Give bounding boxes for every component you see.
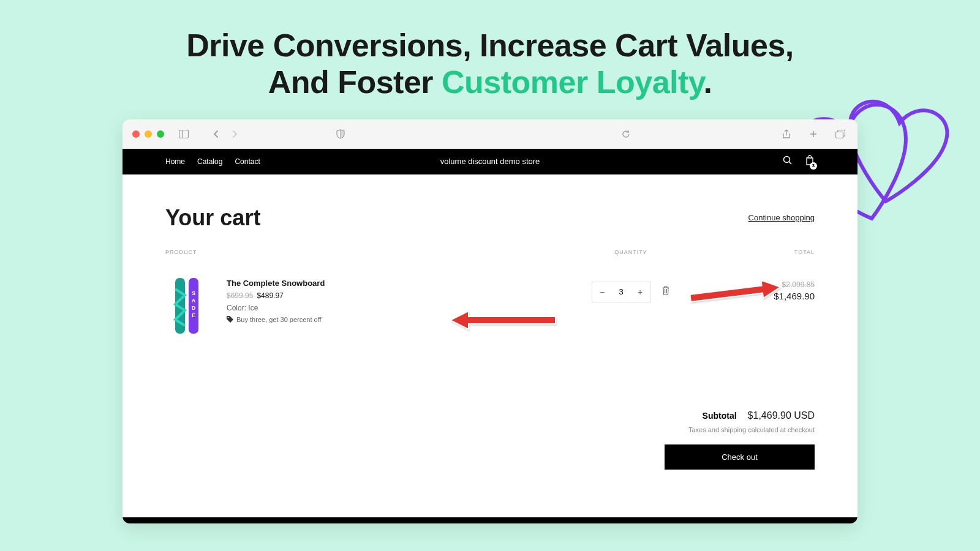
svg-text:E: E [192, 312, 195, 318]
headline-text: Drive Conversions, Increase Cart Values,… [0, 28, 980, 101]
bottom-bar [123, 517, 858, 523]
col-product: PRODUCT [165, 249, 570, 255]
quantity-value: 3 [612, 287, 630, 296]
svg-rect-0 [179, 130, 189, 138]
cart-columns-header: PRODUCT QUANTITY TOTAL [165, 249, 815, 260]
product-name: The Complete Snowboard [227, 279, 325, 288]
quantity-control: − 3 + [592, 282, 650, 302]
nav-home[interactable]: Home [165, 157, 185, 166]
svg-text:S: S [192, 290, 195, 296]
tax-note: Taxes and shipping calculated at checkou… [165, 426, 815, 433]
annotation-arrow-right [689, 282, 781, 307]
store-header: Home Catalog Contact volume discount dem… [123, 149, 858, 174]
refresh-icon[interactable] [619, 127, 633, 141]
window-controls [132, 130, 164, 138]
quantity-decrease-button[interactable]: − [592, 282, 612, 302]
col-quantity: QUANTITY [570, 249, 692, 255]
quantity-increase-button[interactable]: + [630, 282, 650, 302]
discount-tag: Buy three, get 30 percent off [227, 316, 325, 323]
cart-badge: 3 [810, 162, 817, 170]
svg-text:A: A [192, 298, 196, 304]
browser-window: Home Catalog Contact volume discount dem… [123, 119, 858, 523]
svg-point-12 [228, 317, 229, 318]
price-original: $699.95 [227, 291, 253, 300]
search-icon[interactable] [783, 156, 793, 168]
shield-icon[interactable] [333, 127, 348, 141]
cart-footer: Subtotal $1,469.90 USD Taxes and shippin… [165, 410, 815, 470]
nav-catalog[interactable]: Catalog [197, 157, 222, 166]
svg-point-4 [784, 156, 790, 162]
svg-line-5 [790, 162, 792, 164]
new-tab-icon[interactable] [806, 127, 821, 141]
browser-toolbar [123, 119, 858, 149]
price-discounted: $489.97 [257, 291, 283, 300]
remove-item-button[interactable] [662, 286, 670, 298]
forward-icon[interactable] [228, 127, 243, 141]
tabs-icon[interactable] [833, 127, 848, 141]
cart-icon[interactable]: 3 [805, 155, 815, 168]
annotation-arrow-left [450, 309, 557, 331]
nav-contact[interactable]: Contact [235, 157, 260, 166]
sidebar-icon[interactable] [176, 127, 191, 141]
svg-text:D: D [192, 305, 196, 311]
product-image: S A D E [165, 276, 208, 337]
cart-page: Your cart Continue shopping PRODUCT QUAN… [123, 174, 858, 517]
product-price: $699.95$489.97 [227, 291, 325, 300]
share-icon[interactable] [779, 127, 794, 141]
tag-icon [227, 316, 233, 323]
header-icons: 3 [783, 155, 815, 168]
checkout-button[interactable]: Check out [665, 444, 815, 470]
maximize-window-button[interactable] [157, 130, 164, 138]
cart-item: S A D E The Complete Snowboard $699.95$4… [165, 276, 815, 337]
minimize-window-button[interactable] [145, 130, 152, 138]
close-window-button[interactable] [132, 130, 140, 138]
continue-shopping-link[interactable]: Continue shopping [748, 213, 815, 222]
svg-rect-3 [836, 132, 843, 138]
col-total: TOTAL [692, 249, 815, 255]
page-title: Your cart [165, 205, 260, 231]
subtotal-label: Subtotal [703, 411, 737, 421]
marketing-headline: Drive Conversions, Increase Cart Values,… [0, 0, 980, 119]
subtotal-value: $1,469.90 USD [748, 410, 815, 421]
store-title: volume discount demo store [440, 157, 540, 166]
nav-links: Home Catalog Contact [165, 157, 260, 166]
product-variant: Color: Ice [227, 304, 325, 312]
back-icon[interactable] [208, 127, 223, 141]
discount-text: Buy three, get 30 percent off [236, 316, 322, 323]
